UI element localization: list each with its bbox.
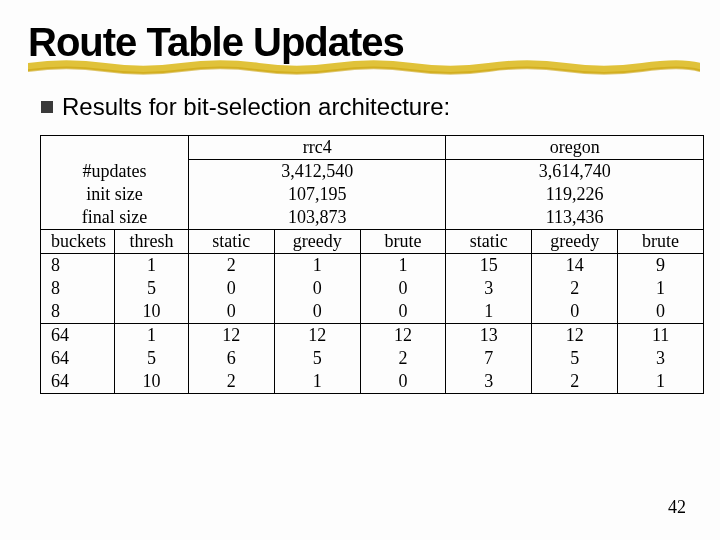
table-cell: 8: [41, 254, 115, 278]
table-cell: 13: [446, 324, 532, 348]
table-cell: 5: [114, 277, 188, 300]
table-cell: greedy: [274, 230, 360, 254]
slide-title: Route Table Updates: [28, 20, 692, 65]
table-dataset-header-row: rrc4 oregon: [41, 136, 704, 160]
table-cell: 9: [618, 254, 704, 278]
bullet-item: Results for bit-selection architecture:: [40, 93, 692, 121]
bullet-text: Results for bit-selection architecture:: [62, 93, 450, 121]
table-cell: 12: [188, 324, 274, 348]
table-cell: 1: [114, 254, 188, 278]
title-block: Route Table Updates: [28, 20, 692, 65]
table-cell: brute: [360, 230, 446, 254]
results-table: rrc4 oregon #updates 3,412,540 3,614,740…: [40, 135, 704, 394]
table-cell: buckets: [41, 230, 115, 254]
table-cell: 2: [532, 277, 618, 300]
table-cell: 0: [618, 300, 704, 324]
table-cell: rrc4: [188, 136, 446, 160]
table-cell: 3: [446, 370, 532, 394]
table-cell: 6: [188, 347, 274, 370]
table-cell: 0: [360, 300, 446, 324]
table-cell: 113,436: [446, 206, 704, 230]
table-cell: 12: [360, 324, 446, 348]
slide: Route Table Updates Results for bit-sele…: [0, 0, 720, 414]
table-cell: 2: [360, 347, 446, 370]
table-cell: 1: [274, 370, 360, 394]
table-cell: 0: [360, 370, 446, 394]
table-cell: 119,226: [446, 183, 704, 206]
table-cell: 64: [41, 324, 115, 348]
table-cell: 11: [618, 324, 704, 348]
page-number: 42: [668, 497, 686, 518]
table-cell: 5: [274, 347, 360, 370]
table-cell: #updates: [41, 160, 189, 184]
table-cell: 5: [532, 347, 618, 370]
table-row: 64 1 12 12 12 13 12 11: [41, 324, 704, 348]
bullet-square-icon: [40, 100, 54, 114]
table-row: 8 5 0 0 0 3 2 1: [41, 277, 704, 300]
table-cell: 5: [114, 347, 188, 370]
table-cell: 10: [114, 370, 188, 394]
table-row: 64 5 6 5 2 7 5 3: [41, 347, 704, 370]
table-cell: 0: [360, 277, 446, 300]
table-cell: static: [446, 230, 532, 254]
table-cell: 3,412,540: [188, 160, 446, 184]
svg-rect-0: [41, 101, 53, 113]
table-row: final size 103,873 113,436: [41, 206, 704, 230]
table-cell: 0: [188, 300, 274, 324]
table-cell: 2: [188, 370, 274, 394]
table-cell: 64: [41, 347, 115, 370]
table-cell: 107,195: [188, 183, 446, 206]
table-cell: 1: [360, 254, 446, 278]
table-cell: 8: [41, 277, 115, 300]
table-cell: 12: [532, 324, 618, 348]
table-cell: 0: [274, 277, 360, 300]
table-cell: 14: [532, 254, 618, 278]
table-cell: 7: [446, 347, 532, 370]
table-cell: 2: [532, 370, 618, 394]
table-cell: thresh: [114, 230, 188, 254]
table-cell: oregon: [446, 136, 704, 160]
table-cell: static: [188, 230, 274, 254]
table-cell: greedy: [532, 230, 618, 254]
table-cell: 3: [618, 347, 704, 370]
table-cell: 1: [618, 370, 704, 394]
table-cell: 103,873: [188, 206, 446, 230]
table-cell: 2: [188, 254, 274, 278]
table-cell: 1: [114, 324, 188, 348]
table-row: #updates 3,412,540 3,614,740: [41, 160, 704, 184]
table-cell: 15: [446, 254, 532, 278]
table-cell: 8: [41, 300, 115, 324]
table-cell: 3,614,740: [446, 160, 704, 184]
table-row: 8 1 2 1 1 15 14 9: [41, 254, 704, 278]
table-cell: 3: [446, 277, 532, 300]
table-cell: 64: [41, 370, 115, 394]
table-cell: [41, 136, 189, 160]
table-cell: brute: [618, 230, 704, 254]
table-cell: 12: [274, 324, 360, 348]
table-row: 64 10 2 1 0 3 2 1: [41, 370, 704, 394]
table-cell: 0: [532, 300, 618, 324]
table-cell: final size: [41, 206, 189, 230]
table-cell: 1: [274, 254, 360, 278]
table-cell: init size: [41, 183, 189, 206]
table-row: init size 107,195 119,226: [41, 183, 704, 206]
table-cell: 1: [446, 300, 532, 324]
table-row: 8 10 0 0 0 1 0 0: [41, 300, 704, 324]
table-cell: 1: [618, 277, 704, 300]
table-cell: 0: [188, 277, 274, 300]
table-cell: 0: [274, 300, 360, 324]
table-column-header-row: buckets thresh static greedy brute stati…: [41, 230, 704, 254]
table-cell: 10: [114, 300, 188, 324]
